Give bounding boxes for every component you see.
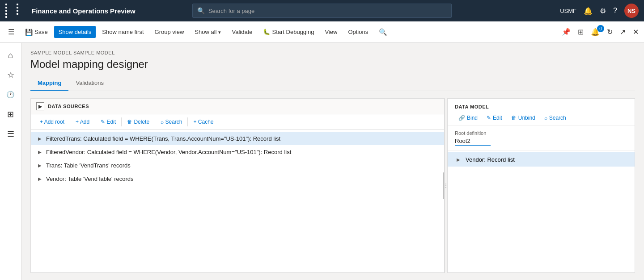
data-model-toolbar: 🔗 Bind ✎ Edit 🗑 Unbind ⌕ [455, 113, 627, 123]
nav-right-section: USMF 🔔 ⚙ ? NS [560, 4, 639, 18]
divider-indicator [445, 184, 446, 188]
sidebar-item-favorites[interactable]: ☆ [2, 66, 20, 84]
dm-tree-toggle-1[interactable]: ▶ [455, 156, 462, 163]
cache-button[interactable]: + Cache [190, 117, 217, 127]
show-details-button[interactable]: Show details [54, 26, 96, 38]
open-in-new-icon[interactable]: ↗ [618, 26, 627, 38]
data-sources-tree: ▶ FilteredTrans: Calculated field = WHER… [31, 130, 444, 272]
top-navigation: Finance and Operations Preview 🔍 USMF 🔔 … [0, 0, 644, 21]
main-content: SAMPLE MODEL SAMPLE MODEL Model mapping … [21, 43, 644, 280]
unbind-icon: 🗑 [511, 115, 517, 121]
app-title: Finance and Operations Preview [32, 7, 136, 15]
action-toolbar: ☰ 💾 Save Show details Show name first Gr… [0, 21, 644, 43]
save-button[interactable]: 💾 Save [21, 26, 52, 38]
show-name-button[interactable]: Show name first [97, 26, 148, 38]
dm-tree-item-1[interactable]: ▶ Vendor: Record list [448, 152, 635, 167]
breadcrumb: SAMPLE MODEL SAMPLE MODEL [30, 50, 635, 55]
data-model-header: DATA MODEL 🔗 Bind ✎ Edit 🗑 Unbind [448, 99, 635, 126]
main-layout: ⌂ ☆ 🕐 ⊞ ☰ SAMPLE MODEL SAMPLE MODEL Mode… [0, 43, 644, 280]
designer-area: ▶ DATA SOURCES + Add root + Add ✎ Edit 🗑… [30, 98, 635, 273]
data-model-panel: DATA MODEL 🔗 Bind ✎ Edit 🗑 Unbind [447, 98, 635, 273]
dm-search-button[interactable]: ⌕ Search [541, 113, 570, 123]
view-button[interactable]: View [320, 26, 342, 38]
user-avatar[interactable]: NS [624, 4, 639, 18]
notification-badge-container: 🔔 0 [589, 28, 602, 36]
dm-search-icon: ⌕ [544, 115, 547, 121]
data-sources-panel: ▶ DATA SOURCES + Add root + Add ✎ Edit 🗑… [30, 98, 445, 273]
close-icon[interactable]: ✕ [631, 26, 640, 38]
tree-toggle-2[interactable]: ▶ [36, 148, 43, 155]
dm-edit-button[interactable]: ✎ Edit [483, 113, 506, 123]
tree-item-1[interactable]: ▶ FilteredTrans: Calculated field = WHER… [31, 132, 444, 145]
edit-button[interactable]: ✎ Edit [97, 117, 119, 127]
tree-toggle-4[interactable]: ▶ [36, 175, 43, 182]
delete-button[interactable]: 🗑 Delete [123, 117, 153, 127]
global-search-input[interactable] [208, 8, 447, 14]
expand-panel-button[interactable]: ▶ [36, 102, 44, 110]
left-sidebar: ⌂ ☆ 🕐 ⊞ ☰ [0, 43, 21, 280]
sidebar-item-recent[interactable]: 🕐 [2, 86, 20, 104]
tree-item-4[interactable]: ▶ Vendor: Table 'VendTable' records [31, 172, 444, 185]
tree-item-3[interactable]: ▶ Trans: Table 'VendTrans' records [31, 159, 444, 172]
refresh-icon[interactable]: ↻ [605, 26, 614, 38]
start-debugging-button[interactable]: 🐛 Start Debugging [258, 26, 318, 38]
root-definition-section: Root definition Root2 [448, 126, 635, 150]
app-grid-icon[interactable] [5, 4, 26, 18]
settings-icon[interactable]: ⚙ [600, 7, 606, 15]
sidebar-item-workspace[interactable]: ⊞ [2, 105, 20, 123]
group-view-button[interactable]: Group view [150, 26, 189, 38]
dm-edit-icon: ✎ [487, 115, 491, 121]
bind-button[interactable]: 🔗 Bind [455, 113, 481, 123]
hamburger-menu[interactable]: ☰ [4, 25, 19, 39]
toolbar-search-icon[interactable]: 🔍 [374, 25, 392, 39]
data-sources-title: DATA SOURCES [48, 104, 89, 109]
tab-validations[interactable]: Validations [68, 76, 111, 91]
resize-handle[interactable] [443, 172, 444, 199]
data-sources-toolbar: + Add root + Add ✎ Edit 🗑 Delete ⌕ Searc… [31, 114, 444, 130]
show-all-button[interactable]: Show all [190, 26, 225, 38]
pin-icon[interactable]: 📌 [560, 26, 572, 38]
tree-toggle-3[interactable]: ▶ [36, 162, 43, 169]
root-definition-value: Root2 [455, 138, 491, 146]
search-button[interactable]: ⌕ Search [157, 117, 186, 127]
validate-button[interactable]: Validate [227, 26, 257, 38]
user-company[interactable]: USMF [560, 8, 576, 14]
search-icon: 🔍 [197, 7, 205, 14]
help-icon[interactable]: ? [613, 7, 617, 15]
tree-toggle-1[interactable]: ▶ [36, 135, 43, 142]
page-title: Model mapping designer [30, 58, 635, 71]
data-model-title: DATA MODEL [455, 104, 627, 109]
toolbar-right-icons: 📌 ⊞ 🔔 0 ↻ ↗ ✕ [560, 26, 640, 38]
page-tabs: Mapping Validations [30, 76, 635, 91]
unbind-button[interactable]: 🗑 Unbind [508, 113, 539, 123]
notification-count: 0 [597, 25, 604, 32]
tab-mapping[interactable]: Mapping [30, 76, 68, 91]
bind-icon: 🔗 [458, 115, 465, 121]
sidebar-item-home[interactable]: ⌂ [2, 46, 20, 64]
show-all-chevron [218, 29, 221, 35]
data-model-tree: ▶ Vendor: Record list [448, 150, 635, 272]
tree-item-2[interactable]: ▶ FilteredVendor: Calculated field = WHE… [31, 145, 444, 159]
add-button[interactable]: + Add [72, 117, 93, 127]
add-root-button[interactable]: + Add root [36, 117, 68, 127]
debug-icon: 🐛 [263, 29, 270, 35]
expand-icon[interactable]: ⊞ [576, 26, 585, 38]
sidebar-item-list[interactable]: ☰ [2, 125, 20, 143]
data-sources-header: ▶ DATA SOURCES [31, 99, 444, 114]
global-search-bar[interactable]: 🔍 [192, 4, 452, 18]
options-button[interactable]: Options [343, 26, 373, 38]
root-definition-label: Root definition [455, 130, 627, 136]
notification-icon[interactable]: 🔔 [584, 7, 593, 15]
save-icon: 💾 [25, 29, 33, 36]
